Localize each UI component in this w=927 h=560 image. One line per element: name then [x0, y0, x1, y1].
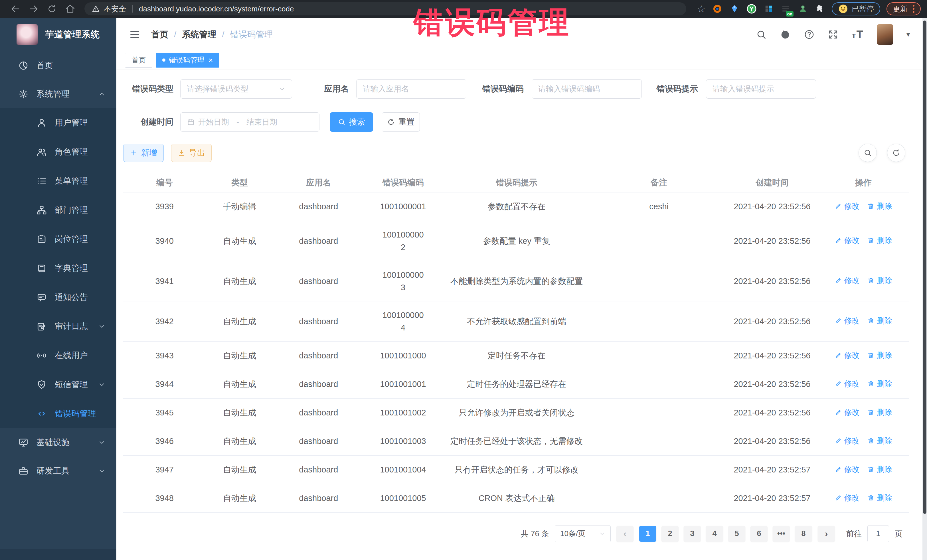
delete-link[interactable]: 删除 [867, 434, 892, 447]
paused-profile-badge[interactable]: 已暂停 [832, 2, 880, 15]
sidebar-item-首页[interactable]: 首页 [0, 51, 116, 80]
delete-link[interactable]: 删除 [867, 200, 892, 212]
orange-ring-extension-icon[interactable] [712, 3, 723, 14]
reload-icon[interactable] [47, 4, 57, 14]
github-icon[interactable] [780, 29, 791, 40]
reset-button[interactable]: 重置 [381, 112, 420, 132]
scrollbar-thumb[interactable] [923, 21, 926, 514]
sidebar-item-错误码管理[interactable]: 错误码管理 [0, 399, 116, 428]
delete-link[interactable]: 删除 [867, 492, 892, 504]
page-button-2[interactable]: 2 [661, 526, 679, 542]
delete-link[interactable]: 删除 [867, 314, 892, 327]
prev-page-button[interactable]: ‹ [616, 526, 634, 542]
user-avatar[interactable] [877, 24, 894, 45]
collapse-sidebar-icon[interactable] [129, 29, 140, 40]
chevron-down-icon [279, 85, 286, 93]
delete-link[interactable]: 删除 [867, 234, 892, 247]
sidebar-item-字典管理[interactable]: 字典管理 [0, 254, 116, 283]
error-hint-input[interactable]: 请输入错误码提示 [706, 79, 816, 99]
fullscreen-icon[interactable] [828, 29, 839, 40]
sidebar-item-岗位管理[interactable]: 岗位管理 [0, 225, 116, 254]
edit-link[interactable]: 修改 [834, 200, 860, 212]
font-size-icon[interactable]: ᴛT [852, 29, 864, 41]
more-pages-button[interactable]: ••• [773, 526, 790, 542]
view-tag-错误码管理[interactable]: 错误码管理× [156, 53, 219, 68]
green-y-extension-icon[interactable] [746, 3, 757, 14]
page-button-3[interactable]: 3 [684, 526, 701, 542]
sidebar-item-系统管理[interactable]: 系统管理 [0, 80, 116, 108]
sidebar-item-用户管理[interactable]: 用户管理 [0, 108, 116, 137]
forward-icon[interactable] [29, 4, 39, 14]
delete-link[interactable]: 删除 [867, 378, 892, 390]
error-code-input[interactable]: 请输入错误码编码 [532, 79, 642, 99]
browser-update-button[interactable]: 更新 [886, 2, 921, 15]
delete-link[interactable]: 删除 [867, 349, 892, 361]
delete-link[interactable]: 删除 [867, 274, 892, 287]
page-button-4[interactable]: 4 [706, 526, 723, 542]
sidebar-item-角色管理[interactable]: 角色管理 [0, 137, 116, 167]
page-button-5[interactable]: 5 [728, 526, 745, 542]
error-type-select[interactable]: 请选择错误码类型 [180, 79, 292, 99]
edit-link[interactable]: 修改 [834, 463, 860, 476]
browser-menu-icon[interactable] [913, 5, 915, 13]
cell-hint: 参数配置 key 重复 [442, 221, 591, 261]
page-button-6[interactable]: 6 [751, 526, 767, 542]
sidebar-item-研发工具[interactable]: 研发工具 [0, 457, 116, 485]
green-figure-extension-icon[interactable] [798, 3, 808, 14]
caret-down-icon[interactable]: ▾ [906, 30, 910, 38]
page-button-8[interactable]: 8 [795, 526, 812, 542]
delete-icon [867, 352, 874, 359]
address-bar[interactable]: 不安全 dashboard.yudao.iocoder.cn/system/er… [84, 2, 686, 15]
cell-code: 1001001005 [364, 484, 442, 512]
sidebar-item-通知公告[interactable]: 通知公告 [0, 283, 116, 312]
goto-page-input[interactable] [868, 525, 889, 542]
breadcrumb-home[interactable]: 首页 [151, 29, 168, 41]
edit-link[interactable]: 修改 [834, 234, 860, 247]
app-logo-row[interactable]: 芋道管理系统 [0, 18, 116, 51]
cell-time: 2021-04-20 23:52:56 [727, 221, 818, 261]
breadcrumb-system[interactable]: 系统管理 [182, 29, 216, 41]
page-button-1[interactable]: 1 [639, 526, 656, 542]
toggle-search-button[interactable] [859, 144, 877, 162]
list-on-extension-icon[interactable]: on [780, 3, 791, 14]
next-page-button[interactable]: › [818, 526, 835, 542]
delete-link[interactable]: 删除 [867, 463, 892, 476]
bookmark-star-icon[interactable]: ☆ [697, 4, 706, 14]
app-name-input[interactable]: 请输入应用名 [356, 79, 467, 99]
goto-suffix: 页 [895, 529, 903, 539]
edit-link[interactable]: 修改 [834, 492, 860, 504]
sidebar-item-label: 首页 [36, 60, 53, 71]
edit-link[interactable]: 修改 [834, 349, 860, 361]
blue-gem-extension-icon[interactable] [729, 3, 740, 14]
page-scrollbar[interactable] [922, 18, 927, 560]
breadcrumb-separator: / [222, 30, 224, 39]
sidebar-item-基础设施[interactable]: 基础设施 [0, 428, 116, 457]
sidebar-item-在线用户[interactable]: 在线用户 [0, 341, 116, 370]
grid-extension-icon[interactable] [763, 3, 774, 14]
close-icon[interactable]: × [208, 56, 213, 64]
edit-link[interactable]: 修改 [834, 406, 860, 419]
view-tag-首页[interactable]: 首页 [125, 53, 152, 68]
edit-link[interactable]: 修改 [834, 314, 860, 327]
home-icon[interactable] [65, 4, 75, 14]
puzzle-extension-icon[interactable] [815, 3, 825, 14]
search-icon[interactable] [756, 29, 767, 40]
page-size-select[interactable]: 10条/页 [555, 525, 611, 542]
back-icon[interactable] [10, 4, 21, 14]
sidebar-item-部门管理[interactable]: 部门管理 [0, 196, 116, 225]
sidebar-item-菜单管理[interactable]: 菜单管理 [0, 167, 116, 196]
edit-link[interactable]: 修改 [834, 378, 860, 390]
sidebar-item-审计日志[interactable]: 审计日志 [0, 312, 116, 341]
export-button[interactable]: 导出 [171, 144, 212, 162]
edit-link-label: 修改 [844, 378, 860, 390]
search-button[interactable]: 搜索 [330, 112, 373, 132]
date-range-picker[interactable]: 开始日期 - 结束日期 [180, 112, 319, 132]
help-icon[interactable] [804, 29, 815, 40]
edit-link[interactable]: 修改 [834, 274, 860, 287]
edit-link[interactable]: 修改 [834, 434, 860, 447]
refresh-table-button[interactable] [887, 144, 905, 162]
delete-link[interactable]: 删除 [867, 406, 892, 419]
online-users-icon [36, 351, 47, 361]
add-button[interactable]: 新增 [123, 144, 164, 162]
sidebar-item-短信管理[interactable]: 短信管理 [0, 370, 116, 399]
